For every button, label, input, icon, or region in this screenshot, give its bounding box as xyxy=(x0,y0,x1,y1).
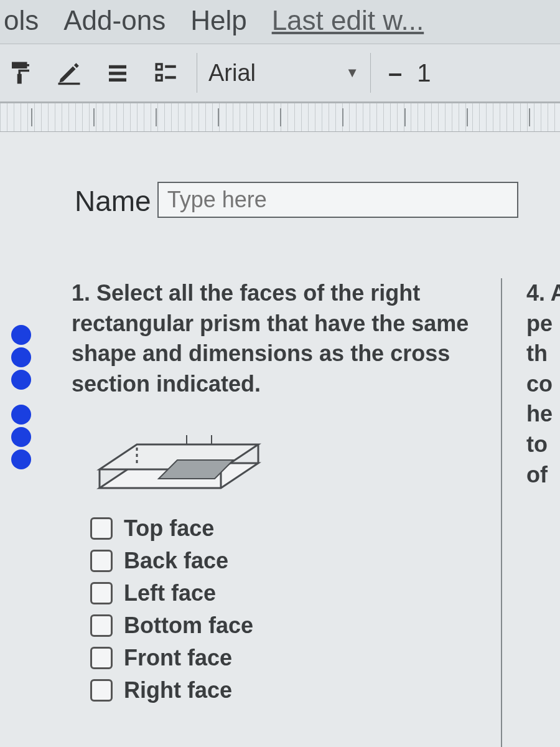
option-label: Right face xyxy=(124,677,232,703)
comment-dot-icon xyxy=(11,370,31,390)
comment-dot-icon xyxy=(11,427,31,447)
name-label: Name xyxy=(75,184,151,218)
option-label: Top face xyxy=(124,515,214,542)
text-fragment: A xyxy=(551,280,560,306)
checkbox[interactable] xyxy=(90,614,113,637)
question-1-options: Top face Back face Left face Bottom face… xyxy=(90,515,470,703)
option-left-face: Left face xyxy=(90,580,470,606)
chevron-down-icon: ▼ xyxy=(345,65,359,81)
last-edit-link[interactable]: Last edit w... xyxy=(268,4,428,37)
text-fragment: he xyxy=(526,399,560,430)
checkbox[interactable] xyxy=(90,582,113,604)
list-icon xyxy=(105,60,131,86)
option-top-face: Top face xyxy=(90,515,470,542)
question-1-body: Select all the faces of the right rectan… xyxy=(72,280,469,397)
bullet-list-button[interactable] xyxy=(100,55,136,91)
menu-addons[interactable]: Add-ons xyxy=(60,4,169,37)
horizontal-ruler[interactable] xyxy=(0,103,560,132)
menu-bar: ols Add-ons Help Last edit w... xyxy=(0,0,560,44)
menu-help[interactable]: Help xyxy=(187,4,251,37)
checklist-icon xyxy=(153,60,179,86)
svg-rect-1 xyxy=(109,65,126,68)
text-fragment: th xyxy=(526,339,560,369)
name-input[interactable] xyxy=(157,182,518,218)
text-fragment: of xyxy=(526,460,560,491)
question-1-number: 1. xyxy=(72,280,90,306)
svg-rect-5 xyxy=(156,75,162,81)
prism-diagram xyxy=(90,416,271,500)
font-family-select[interactable]: Arial ▼ xyxy=(197,53,371,93)
highlight-button[interactable] xyxy=(51,55,87,91)
option-label: Bottom face xyxy=(124,613,253,639)
name-field-row: Name xyxy=(75,182,518,218)
document-canvas[interactable]: Name 1. Select all the faces of the righ… xyxy=(0,132,560,747)
option-back-face: Back face xyxy=(90,548,470,574)
option-front-face: Front face xyxy=(90,645,470,671)
svg-rect-0 xyxy=(58,83,80,85)
checkbox[interactable] xyxy=(90,517,113,540)
option-right-face: Right face xyxy=(90,677,470,703)
comment-dot-icon xyxy=(11,325,31,345)
checkbox[interactable] xyxy=(90,550,113,572)
checkbox[interactable] xyxy=(90,647,113,669)
comment-thread-indicator[interactable] xyxy=(11,325,31,469)
svg-rect-4 xyxy=(156,64,162,70)
text-fragment: pe xyxy=(526,309,560,339)
svg-rect-3 xyxy=(109,78,126,82)
font-family-label: Arial xyxy=(208,60,256,87)
comment-dot-icon xyxy=(11,449,31,469)
menu-tools[interactable]: ols xyxy=(0,4,42,37)
font-size-value[interactable]: 1 xyxy=(417,59,431,87)
checklist-button[interactable] xyxy=(148,55,184,91)
text-fragment: to xyxy=(526,430,560,460)
question-4-number: 4. xyxy=(526,280,545,306)
paint-roller-icon xyxy=(7,60,34,86)
paint-format-button[interactable] xyxy=(2,55,39,91)
option-label: Front face xyxy=(124,645,232,671)
svg-rect-6 xyxy=(165,65,176,68)
question-4-partial: 4. A pe th co he to of xyxy=(526,278,560,490)
checkbox[interactable] xyxy=(90,679,113,702)
question-1-text: 1. Select all the faces of the right rec… xyxy=(72,278,470,399)
option-label: Back face xyxy=(124,548,228,574)
font-size-group: – 1 xyxy=(383,59,431,87)
toolbar: Arial ▼ – 1 xyxy=(0,44,560,103)
comment-dot-icon xyxy=(11,347,31,367)
question-1: 1. Select all the faces of the right rec… xyxy=(72,278,470,710)
text-fragment: co xyxy=(526,369,560,400)
svg-rect-2 xyxy=(109,72,126,75)
font-size-decrease-button[interactable]: – xyxy=(388,59,402,87)
option-label: Left face xyxy=(124,580,216,606)
option-bottom-face: Bottom face xyxy=(90,613,470,639)
column-divider xyxy=(501,278,502,747)
svg-rect-7 xyxy=(165,76,176,78)
pen-icon xyxy=(56,60,82,86)
comment-dot-icon xyxy=(11,405,31,425)
